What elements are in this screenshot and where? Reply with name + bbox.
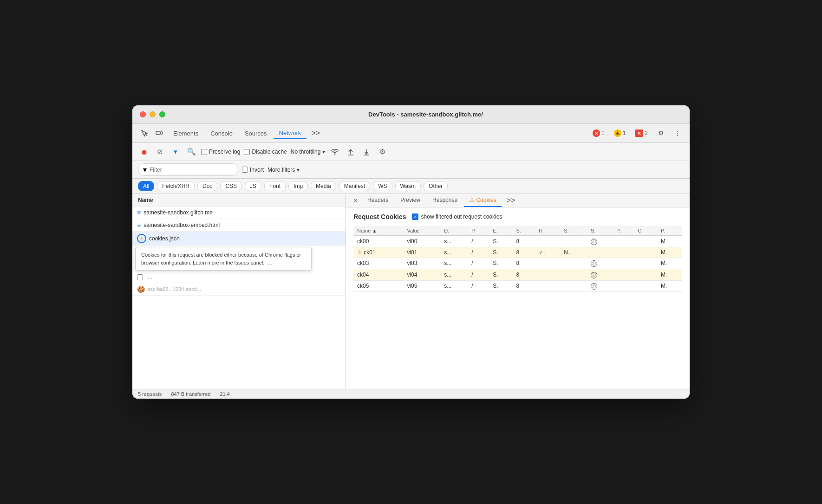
table-row[interactable]: ck03 vl03 s... / S. 8 ⓘ M. xyxy=(353,258,682,269)
filter-img[interactable]: Img xyxy=(288,181,308,191)
tab-preview[interactable]: Preview xyxy=(395,194,426,207)
warning-badge[interactable]: ⚠ 1 xyxy=(611,129,629,138)
list-item-selected[interactable]: ⚠ cookies.json xyxy=(132,232,346,246)
cookie-icon: 🍪 xyxy=(137,285,145,293)
list-item[interactable]: ... xyxy=(132,271,346,283)
table-row[interactable]: ck00 vl00 s... / S. 8 ⓘ M. xyxy=(353,236,682,247)
type-filters-bar: All Fetch/XHR Doc CSS JS Font Img Media … xyxy=(132,179,690,194)
table-header-row: Name ▲ Value D. P. E. S. H. S. S. P. C. … xyxy=(353,226,682,236)
show-filtered-checkbox[interactable]: ✓ xyxy=(412,213,418,220)
filter-fetch-xhr[interactable]: Fetch/XHR xyxy=(157,181,195,191)
close-detail-button[interactable]: × xyxy=(350,195,361,206)
disable-cache-checkbox[interactable] xyxy=(244,149,250,155)
tab-cookies[interactable]: ⚠ Cookies xyxy=(464,194,502,207)
list-item[interactable]: ≡ samesite-sandbox.glitch.me xyxy=(132,207,346,219)
col-c[interactable]: C. xyxy=(634,226,657,236)
list-item[interactable]: ≡ samesite-sandbox-embed.html xyxy=(132,219,346,232)
search-icon[interactable]: 🔍 xyxy=(185,146,197,158)
network-settings-icon[interactable]: ⚙ xyxy=(376,146,388,158)
detail-more-tabs[interactable]: >> xyxy=(503,194,519,207)
tab-network[interactable]: Network xyxy=(274,128,307,139)
sort-arrow: ▲ xyxy=(372,228,377,233)
svg-rect-1 xyxy=(156,131,160,135)
file-list-panel: Name ≡ samesite-sandbox.glitch.me ≡ same… xyxy=(132,194,346,389)
filter-font[interactable]: Font xyxy=(264,181,286,191)
filter-manifest[interactable]: Manifest xyxy=(339,181,370,191)
cookie-s: 8 xyxy=(513,236,535,247)
tab-elements[interactable]: Elements xyxy=(168,128,204,139)
cookie-s: 8 xyxy=(513,247,535,258)
more-options-icon[interactable]: ⋮ xyxy=(671,127,684,140)
filter-media[interactable]: Media xyxy=(311,181,336,191)
settings-icon[interactable]: ⚙ xyxy=(654,127,667,140)
filter-wasm[interactable]: Wasm xyxy=(395,181,421,191)
table-row[interactable]: ⚠ ck01 vl01 s... / S. 8 ✓. N.. M. xyxy=(353,247,682,258)
wifi-icon[interactable] xyxy=(329,146,341,158)
info-icon[interactable]: ⓘ xyxy=(591,239,597,245)
device-toolbar-icon[interactable] xyxy=(153,127,166,140)
minimize-button[interactable] xyxy=(150,111,156,117)
table-row[interactable]: ck04 vl04 s... / S. 8 ⓘ M. xyxy=(353,269,682,281)
cookie-e: S. xyxy=(489,258,512,269)
show-filtered-group: ✓ show filtered out request cookies xyxy=(412,213,502,220)
col-e[interactable]: E. xyxy=(489,226,512,236)
close-button[interactable] xyxy=(140,111,146,117)
error-count: 1 xyxy=(601,130,605,136)
col-p[interactable]: P. xyxy=(468,226,489,236)
cookie-e: S. xyxy=(489,280,512,292)
inspect-icon[interactable] xyxy=(138,127,151,140)
tab-sources[interactable]: Sources xyxy=(239,128,273,139)
tab-console[interactable]: Console xyxy=(205,128,238,139)
filter-ws[interactable]: WS xyxy=(373,181,392,191)
devtools-window: DevTools - samesite-sandbox.glitch.me/ E… xyxy=(132,105,690,399)
filter-css[interactable]: CSS xyxy=(220,181,242,191)
cookie-value: vl04 xyxy=(403,269,440,281)
preserve-log-checkbox[interactable] xyxy=(201,149,207,155)
table-row[interactable]: ck05 vl05 s... / S. 8 ⓘ M. xyxy=(353,280,682,292)
filter-icon[interactable]: ▾ xyxy=(170,146,182,158)
cookie-s2: N.. xyxy=(560,247,587,258)
issue-badge[interactable]: ✕ 2 xyxy=(632,129,651,138)
filter-other[interactable]: Other xyxy=(424,181,448,191)
info-icon[interactable]: ⓘ xyxy=(591,260,597,267)
record-button[interactable]: ⏺ xyxy=(138,146,150,158)
col-p2[interactable]: P. xyxy=(613,226,634,236)
filter-doc[interactable]: Doc xyxy=(197,181,217,191)
col-s1[interactable]: S. xyxy=(513,226,535,236)
col-value[interactable]: Value xyxy=(403,226,440,236)
col-s2[interactable]: S. xyxy=(560,226,587,236)
more-filters-btn[interactable]: More filters ▾ xyxy=(267,167,300,173)
list-item[interactable]: 🍪 ssc-ba88...1234-abcd... xyxy=(132,283,346,296)
col-h[interactable]: H. xyxy=(535,226,560,236)
invert-checkbox[interactable] xyxy=(242,167,248,173)
cookie-p: / xyxy=(468,280,489,292)
info-icon[interactable]: ⓘ xyxy=(591,272,597,278)
col-p3[interactable]: P. xyxy=(657,226,682,236)
col-d[interactable]: D. xyxy=(440,226,468,236)
filter-input[interactable] xyxy=(150,167,233,173)
cookie-s3: ⓘ xyxy=(587,280,613,292)
cookies-section: Request Cookies ✓ show filtered out requ… xyxy=(346,207,690,297)
cookies-warning-icon: ⚠ xyxy=(470,197,476,203)
clear-button[interactable]: ⊘ xyxy=(154,146,166,158)
throttle-selector[interactable]: No throttling ▾ xyxy=(291,149,326,155)
filter-js[interactable]: JS xyxy=(245,181,261,191)
tab-response[interactable]: Response xyxy=(427,194,463,207)
more-tabs-button[interactable]: >> xyxy=(307,127,324,139)
tooltip-more[interactable]: ... xyxy=(267,260,272,265)
filter-all[interactable]: All xyxy=(138,181,154,191)
resource-size: 21.4 xyxy=(220,391,229,397)
error-badge[interactable]: ✕ 1 xyxy=(590,129,607,138)
cookie-p: / xyxy=(468,247,489,258)
cookie-p2 xyxy=(613,269,634,281)
info-icon[interactable]: ⓘ xyxy=(591,283,597,290)
checkbox-icon[interactable] xyxy=(137,274,143,280)
maximize-button[interactable] xyxy=(159,111,165,117)
upload-icon[interactable] xyxy=(345,146,357,158)
download-icon[interactable] xyxy=(360,146,372,158)
col-s3[interactable]: S. xyxy=(587,226,613,236)
invert-label: Invert xyxy=(250,167,264,173)
tab-headers[interactable]: Headers xyxy=(362,194,394,207)
col-name[interactable]: Name ▲ xyxy=(353,226,403,236)
cookie-c xyxy=(634,258,657,269)
